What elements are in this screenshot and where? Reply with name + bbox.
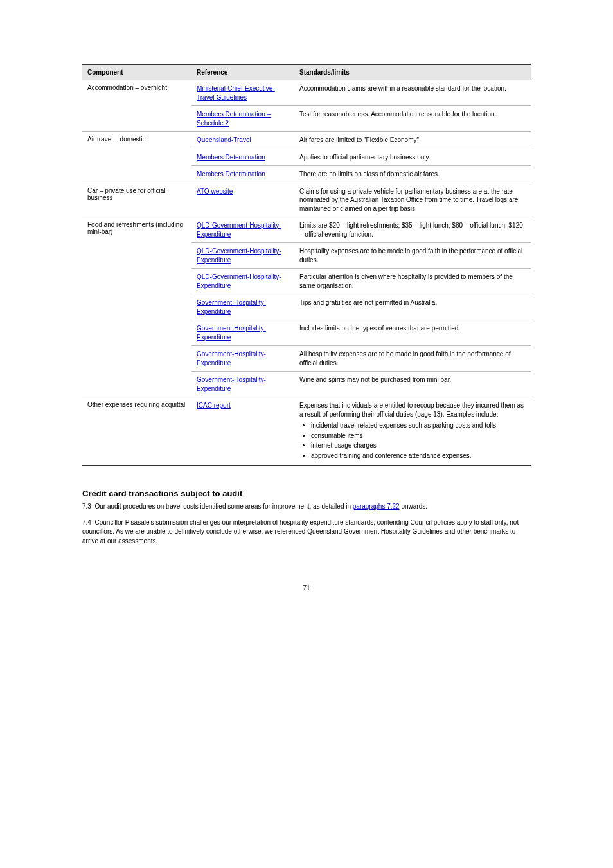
standards-cell: Test for reasonableness. Accommodation r… [294,106,531,132]
table-row: Air travel – domesticQueensland-TravelAi… [82,132,531,149]
reference-link[interactable]: Queensland-Travel [197,136,251,143]
footer-link-paragraphs[interactable]: paragraphs 7.22 [353,503,400,510]
footer-heading: Credit card transactions subject to audi… [82,489,531,498]
category-cell: Air travel – domestic [82,132,191,183]
reference-cell: QLD-Government-Hospitality-Expenditure [191,217,294,243]
table-row: Other expenses requiring acquittalICAC r… [82,397,531,466]
reference-link[interactable]: Government-Hospitality-Expenditure [197,299,266,315]
standards-bullet: consumable items [311,431,526,440]
reference-link[interactable]: Government-Hospitality-Expenditure [197,350,266,366]
reference-cell: Government-Hospitality-Expenditure [191,346,294,372]
standards-bullet: approved training and conference attenda… [311,451,526,460]
reference-link[interactable]: Government-Hospitality-Expenditure [197,376,266,392]
reference-cell: Members Determination – Schedule 2 [191,106,294,132]
col-header-reference: Reference [191,65,294,80]
category-cell: Car – private use for official business [82,183,191,217]
reference-cell: ATO website [191,183,294,217]
standards-cell: Wine and spirits may not be purchased fr… [294,372,531,397]
reference-link[interactable]: Members Determination [197,170,265,177]
standards-cell: Particular attention is given where hosp… [294,269,531,294]
standards-bullet-list: incidental travel-related expenses such … [299,421,526,460]
footer-paragraph-2: 7.4 Councillor Pisasale's submission cha… [82,518,531,547]
standards-cell: Air fares are limited to "Flexible Econo… [294,132,531,149]
reference-cell: Government-Hospitality-Expenditure [191,320,294,346]
standards-cell: Accommodation claims are within a reason… [294,80,531,106]
standards-cell: Claims for using a private vehicle for p… [294,183,531,217]
footer-paragraph-1: 7.3 Our audit procedures on travel costs… [82,502,531,512]
standards-cell: All hospitality expenses are to be made … [294,346,531,372]
col-header-standards: Standards/limits [294,65,531,80]
reference-cell: QLD-Government-Hospitality-Expenditure [191,243,294,269]
standards-cell: Includes limits on the types of venues t… [294,320,531,346]
reference-cell: Government-Hospitality-Expenditure [191,372,294,397]
standards-cell: There are no limits on class of domestic… [294,166,531,183]
reference-link[interactable]: QLD-Government-Hospitality-Expenditure [197,222,281,238]
table-row: Food and refreshments (including mini-ba… [82,217,531,243]
standards-bullet: incidental travel-related expenses such … [311,421,526,430]
standards-cell: Applies to official parliamentary busine… [294,149,531,166]
standards-cell: Expenses that individuals are entitled t… [294,397,531,466]
table-row: Car – private use for official businessA… [82,183,531,217]
reference-cell: QLD-Government-Hospitality-Expenditure [191,269,294,294]
standards-cell: Hospitality expenses are to be made in g… [294,243,531,269]
reference-cell: Government-Hospitality-Expenditure [191,294,294,320]
reference-cell: ICAC report [191,397,294,466]
reference-cell: Members Determination [191,166,294,183]
table-header-row: Component Reference Standards/limits [82,65,531,80]
reference-link[interactable]: QLD-Government-Hospitality-Expenditure [197,248,281,264]
category-cell: Food and refreshments (including mini-ba… [82,217,191,397]
col-header-component: Component [82,65,191,80]
page-number: 71 [0,584,613,611]
reference-link[interactable]: QLD-Government-Hospitality-Expenditure [197,273,281,289]
standards-intro: Expenses that individuals are entitled t… [299,401,526,419]
standards-cell: Limits are $20 – light refreshments; $35… [294,217,531,243]
section-marker: 7.3 [82,503,91,510]
reference-link[interactable]: ICAC report [197,402,231,409]
category-cell: Other expenses requiring acquittal [82,397,191,466]
expenses-table: Component Reference Standards/limits Acc… [82,64,531,466]
standards-bullet: internet usage charges [311,441,526,450]
reference-cell: Members Determination [191,149,294,166]
reference-link[interactable]: Members Determination – Schedule 2 [197,111,271,127]
reference-link[interactable]: ATO website [197,188,233,195]
standards-cell: Tips and gratuities are not permitted in… [294,294,531,320]
section-marker: 7.4 [82,519,91,526]
reference-cell: Ministerial-Chief-Executive-Travel-Guide… [191,80,294,106]
reference-link[interactable]: Members Determination [197,154,265,161]
reference-link[interactable]: Government-Hospitality-Expenditure [197,325,266,341]
footer-block: Credit card transactions subject to audi… [82,489,531,546]
table-row: Accommodation – overnightMinisterial-Chi… [82,80,531,106]
reference-link[interactable]: Ministerial-Chief-Executive-Travel-Guide… [197,85,275,101]
reference-cell: Queensland-Travel [191,132,294,149]
category-cell: Accommodation – overnight [82,80,191,132]
